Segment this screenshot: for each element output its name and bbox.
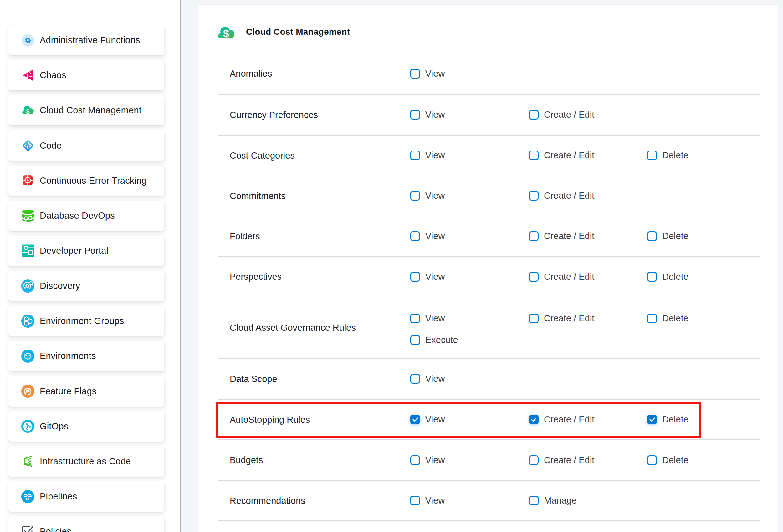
svg-text:$: $ [26,108,29,115]
svg-text:$: $ [223,28,229,39]
